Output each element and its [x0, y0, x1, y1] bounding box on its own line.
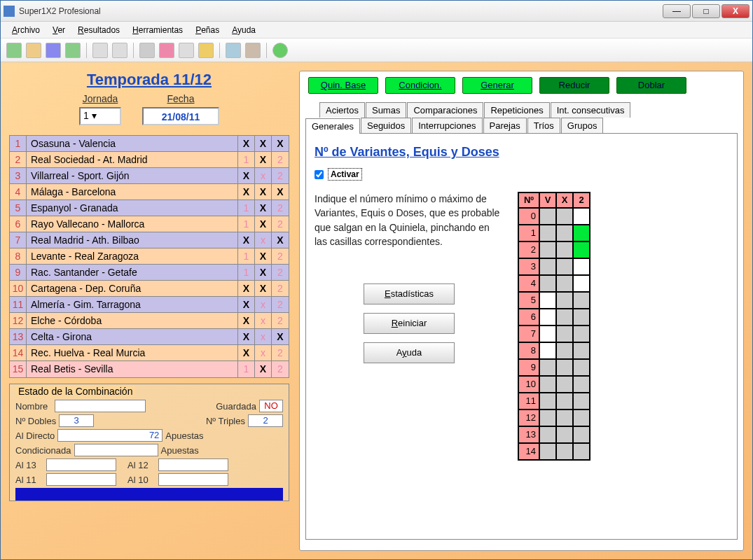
match-pick[interactable]: X: [255, 136, 272, 151]
var-cell[interactable]: [539, 292, 556, 309]
action-quinbase[interactable]: Quin. Base: [308, 77, 378, 94]
var-cell[interactable]: [539, 410, 556, 426]
match-pick[interactable]: x: [255, 297, 272, 312]
var-cell[interactable]: [539, 258, 556, 275]
var-cell[interactable]: [573, 359, 590, 376]
match-pick[interactable]: 2: [272, 152, 289, 167]
export-icon[interactable]: [65, 43, 81, 58]
match-pick[interactable]: 2: [272, 297, 289, 312]
tab-seguidos[interactable]: Seguidos: [361, 118, 411, 133]
tab-intconsecutivas[interactable]: Int. consecutivas: [551, 102, 631, 118]
form-icon[interactable]: [179, 43, 194, 58]
var-cell[interactable]: [573, 208, 590, 225]
action-generar[interactable]: Generar: [462, 77, 532, 94]
var-cell[interactable]: [573, 426, 590, 443]
open-icon[interactable]: [26, 43, 41, 58]
match-pick[interactable]: 2: [272, 281, 289, 296]
menu-peñas[interactable]: Peñas: [190, 24, 225, 36]
match-pick[interactable]: 1: [238, 248, 255, 264]
var-cell[interactable]: [556, 393, 573, 410]
var-cell[interactable]: [573, 225, 590, 241]
match-pick[interactable]: X: [255, 248, 272, 264]
var-cell[interactable]: [573, 376, 590, 393]
tab-aciertos[interactable]: Aciertos: [319, 102, 365, 118]
match-pick[interactable]: 1: [238, 265, 255, 280]
maximize-button[interactable]: □: [692, 4, 720, 18]
tab-grupos[interactable]: Grupos: [561, 118, 604, 133]
match-pick[interactable]: x: [255, 313, 272, 328]
match-pick[interactable]: X: [238, 281, 255, 296]
coins-icon[interactable]: [198, 43, 214, 58]
match-pick[interactable]: X: [238, 313, 255, 328]
match-pick[interactable]: X: [238, 232, 255, 248]
var-cell[interactable]: [573, 292, 590, 309]
match-pick[interactable]: X: [255, 361, 272, 377]
al10-input[interactable]: [158, 473, 228, 486]
match-pick[interactable]: 2: [272, 248, 289, 264]
match-pick[interactable]: X: [272, 232, 289, 248]
match-pick[interactable]: X: [238, 329, 255, 344]
var-cell[interactable]: [556, 443, 573, 460]
var-cell[interactable]: [539, 275, 556, 292]
tab-parejas[interactable]: Parejas: [483, 118, 527, 133]
search-icon[interactable]: [112, 43, 127, 58]
help-icon[interactable]: [272, 43, 288, 58]
var-cell[interactable]: [573, 258, 590, 275]
var-cell[interactable]: [539, 342, 556, 359]
var-cell[interactable]: [539, 241, 556, 258]
var-cell[interactable]: [539, 208, 556, 225]
var-cell[interactable]: [573, 342, 590, 359]
var-cell[interactable]: [556, 326, 573, 342]
var-cell[interactable]: [539, 359, 556, 376]
tab-sumas[interactable]: Sumas: [366, 102, 406, 118]
var-cell[interactable]: [539, 393, 556, 410]
edit-icon[interactable]: [159, 43, 174, 58]
match-pick[interactable]: X: [255, 152, 272, 167]
nombre-input[interactable]: [55, 400, 146, 412]
var-cell[interactable]: [573, 393, 590, 410]
var-cell[interactable]: [539, 326, 556, 342]
estadisticas-button[interactable]: Estadísticas: [364, 284, 455, 304]
ayuda-button[interactable]: Ayuda: [364, 342, 455, 363]
match-pick[interactable]: X: [238, 168, 255, 183]
match-pick[interactable]: 2: [272, 361, 289, 377]
activar-checkbox[interactable]: [315, 170, 324, 179]
var-cell[interactable]: [539, 443, 556, 460]
match-pick[interactable]: 2: [272, 216, 289, 232]
var-cell[interactable]: [556, 376, 573, 393]
var-cell[interactable]: [556, 225, 573, 241]
var-cell[interactable]: [556, 309, 573, 326]
menu-archivo[interactable]: Archivo: [6, 24, 46, 36]
menu-ver[interactable]: Ver: [47, 24, 71, 36]
var-cell[interactable]: [556, 426, 573, 443]
match-pick[interactable]: X: [255, 216, 272, 232]
match-pick[interactable]: 2: [272, 200, 289, 216]
var-cell[interactable]: [556, 241, 573, 258]
match-pick[interactable]: 2: [272, 168, 289, 183]
match-pick[interactable]: 1: [238, 152, 255, 167]
match-pick[interactable]: X: [272, 136, 289, 151]
match-pick[interactable]: X: [238, 297, 255, 312]
tab-generales[interactable]: Generales: [305, 118, 360, 134]
var-cell[interactable]: [539, 376, 556, 393]
match-pick[interactable]: X: [255, 184, 272, 200]
match-pick[interactable]: X: [272, 184, 289, 200]
reiniciar-button[interactable]: Reiniciar: [364, 313, 455, 334]
save-icon[interactable]: [46, 43, 61, 58]
var-cell[interactable]: [556, 359, 573, 376]
action-reducir[interactable]: Reducir: [539, 77, 609, 94]
match-pick[interactable]: 1: [238, 200, 255, 216]
action-condicion[interactable]: Condicion.: [385, 77, 455, 94]
match-pick[interactable]: x: [255, 168, 272, 183]
new-icon[interactable]: [6, 43, 22, 58]
tab-interrupciones[interactable]: Interrupciones: [412, 118, 482, 133]
var-cell[interactable]: [573, 275, 590, 292]
var-cell[interactable]: [573, 241, 590, 258]
action-doblar[interactable]: Doblar: [616, 77, 686, 94]
match-pick[interactable]: 2: [272, 345, 289, 360]
match-pick[interactable]: 1: [238, 216, 255, 232]
tab-comparaciones[interactable]: Comparaciones: [407, 102, 483, 118]
close-button[interactable]: X: [721, 4, 749, 18]
activar-label[interactable]: Activar: [328, 168, 362, 181]
chart-icon[interactable]: [226, 43, 241, 58]
